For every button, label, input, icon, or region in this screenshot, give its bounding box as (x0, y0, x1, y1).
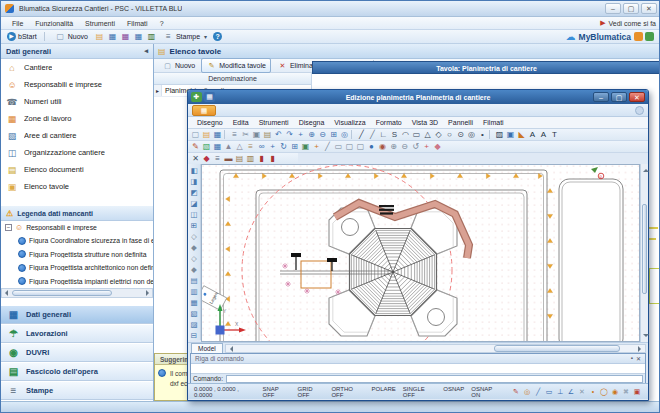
scroll-left-icon[interactable] (2, 290, 8, 296)
bstart-button[interactable]: ▶ bStart (4, 31, 40, 43)
pin-icon[interactable]: ◉ (377, 141, 388, 152)
sidebar-item-cantiere[interactable]: ⌂ Cantiere (1, 59, 153, 76)
view-left-icon[interactable]: ◩ (189, 187, 200, 198)
save-icon[interactable]: ▦ (107, 31, 118, 42)
view-nw-iso-icon[interactable]: ◆ (189, 264, 200, 275)
scrollbar-thumb[interactable] (12, 290, 112, 296)
save-all-icon[interactable]: ▦ (120, 31, 131, 42)
sidebar-item-elenco-documenti[interactable]: ▤ Elenco documenti (1, 161, 153, 178)
cad-close-button[interactable]: ✕ (629, 92, 645, 102)
nav-dati-generali[interactable]: ▦ Dati generali (1, 305, 153, 324)
elimina-button[interactable]: ✕ Elimina (273, 59, 317, 72)
stampe-button[interactable]: ≡ Stampe (160, 31, 210, 43)
clear-snap-icon[interactable]: ✖ (621, 387, 631, 397)
help-button[interactable]: ? (213, 32, 222, 41)
save-as-icon[interactable]: ▦ (133, 31, 144, 42)
eraser-icon[interactable]: ◆ (201, 153, 212, 164)
legend-item[interactable]: Figura Progettista impianti elettrici no… (1, 275, 153, 289)
ucs-icon[interactable]: ⊟ (189, 330, 200, 341)
cad-menu-item[interactable]: Formato (371, 119, 407, 126)
intersection-snap-icon[interactable]: ✕ (577, 387, 587, 397)
close-button[interactable]: ✕ (641, 3, 657, 14)
cad-menu-item[interactable]: Pannelli (443, 119, 478, 126)
menu-item[interactable]: File (6, 20, 29, 27)
redo-icon[interactable]: ↷ (284, 129, 295, 140)
menu-item[interactable]: Filmati (121, 20, 154, 27)
cad-menu-item[interactable]: Visualizza (329, 119, 370, 126)
link-icon[interactable]: ∞ (256, 141, 267, 152)
rotate-icon[interactable]: ↻ (278, 141, 289, 152)
measure-icon[interactable]: + (311, 141, 322, 152)
open-drawing-icon[interactable]: ▤ (201, 129, 212, 140)
expander-icon[interactable]: − (5, 224, 12, 231)
arc-icon[interactable]: ◠ (400, 129, 411, 140)
legend-tree-root[interactable]: − ☺ Responsabili e imprese (1, 221, 153, 234)
rect-snap-icon[interactable]: ▭ (544, 387, 554, 397)
point-icon[interactable]: • (477, 129, 488, 140)
wireframe-icon[interactable]: ▨ (189, 319, 200, 330)
cad-maximize-button[interactable]: ▢ (611, 92, 627, 102)
model-tab[interactable]: Model (191, 343, 223, 353)
book2-icon[interactable]: ▥ (245, 153, 256, 164)
copy-icon[interactable]: ▣ (251, 129, 262, 140)
sphere-icon[interactable]: ● (366, 141, 377, 152)
zoom-out-icon[interactable]: ⊖ (317, 129, 328, 140)
view-back-icon[interactable]: ⊞ (189, 220, 200, 231)
sidebar-item-organizzazione-cantiere[interactable]: ◫ Organizzazione cantiere (1, 144, 153, 161)
paste-icon[interactable]: ▤ (262, 129, 273, 140)
cad-new-icon[interactable]: ✚ (191, 92, 202, 102)
scroll-down-icon[interactable] (643, 334, 649, 340)
layer-icon[interactable]: ▦ (212, 141, 223, 152)
sidebar-item-responsabili-imprese[interactable]: ☺ Responsabili e imprese (1, 76, 153, 93)
sidebar-item-aree-di-cantiere[interactable]: ▧ Aree di cantiere (1, 127, 153, 144)
text-style-icon[interactable]: A (527, 129, 538, 140)
minimize-button[interactable]: – (605, 3, 621, 14)
nuovo-button[interactable]: ▢ Nuovo (52, 31, 91, 43)
new-drawing-icon[interactable]: ▢ (190, 129, 201, 140)
drawing-canvas[interactable]: Legen Y X 0 (201, 164, 640, 342)
collapse-icon[interactable]: ◂ (144, 47, 148, 55)
align-icon[interactable]: △ (234, 141, 245, 152)
brand-grid-icon[interactable] (645, 32, 654, 41)
cad-menu-item[interactable]: Strumenti (254, 119, 294, 126)
cad-menu-item[interactable]: Edita (228, 119, 254, 126)
mtext-icon[interactable]: A (538, 129, 549, 140)
perpendicular-snap-icon[interactable]: ⊥ (555, 387, 565, 397)
nuovo-tavola-button[interactable]: ▢ Nuovo (158, 59, 199, 72)
sidebar-item-elenco-tavole[interactable]: ▣ Elenco tavole (1, 178, 153, 195)
cad-menu-item[interactable]: Disegna (294, 119, 330, 126)
line-icon[interactable]: ╱ (356, 129, 367, 140)
menu-item[interactable]: Strumenti (79, 20, 121, 27)
angle-snap-icon[interactable]: ∠ (566, 387, 576, 397)
pan-icon[interactable]: + (295, 129, 306, 140)
cad-hscrollbar[interactable] (225, 344, 646, 353)
legend-hscrollbar[interactable] (1, 288, 153, 298)
rectangle-icon[interactable]: ▭ (411, 129, 422, 140)
cad-vscrollbar[interactable] (640, 164, 648, 342)
ellipse-icon[interactable]: ◎ (466, 129, 477, 140)
cad-menu-item[interactable]: Vista 3D (407, 119, 443, 126)
status-toggle[interactable]: OSNAP (443, 386, 464, 398)
zoom-prev-icon[interactable]: ⊕ (388, 141, 399, 152)
brand-doc-icon[interactable] (634, 32, 643, 41)
zoom-window-icon[interactable]: ⊞ (328, 129, 339, 140)
shade-icon[interactable]: ▧ (189, 308, 200, 319)
view-sw-iso-icon[interactable]: ◇ (189, 231, 200, 242)
hatch-icon[interactable]: ▨ (494, 129, 505, 140)
status-toggle[interactable]: OSNAP ON (471, 386, 501, 398)
image-attach-icon[interactable]: ◣ (516, 129, 527, 140)
insert-image-icon[interactable]: ▣ (300, 141, 311, 152)
modifica-tavole-button[interactable]: ✎ Modifica tavole (201, 58, 271, 73)
center-snap-icon[interactable]: ◎ (522, 387, 532, 397)
circle-icon[interactable]: ○ (444, 129, 455, 140)
draw-order-icon[interactable]: ✎ (511, 387, 521, 397)
view-front-icon[interactable]: ◫ (189, 209, 200, 220)
nav-duvri[interactable]: ◉ DUVRI (1, 343, 153, 362)
sidebar-item-numeri-utili[interactable]: ☎ Numeri utili (1, 93, 153, 110)
nav-stampe[interactable]: ≡ Stampe (1, 381, 153, 400)
wall-icon[interactable]: ≡ (245, 141, 256, 152)
nav-fascicolo[interactable]: ▤ Fascicolo dell'opera (1, 362, 153, 381)
cross-icon[interactable]: + (421, 141, 432, 152)
pin-icon[interactable]: ▪ (631, 355, 633, 362)
donut-icon[interactable]: ⊙ (455, 129, 466, 140)
